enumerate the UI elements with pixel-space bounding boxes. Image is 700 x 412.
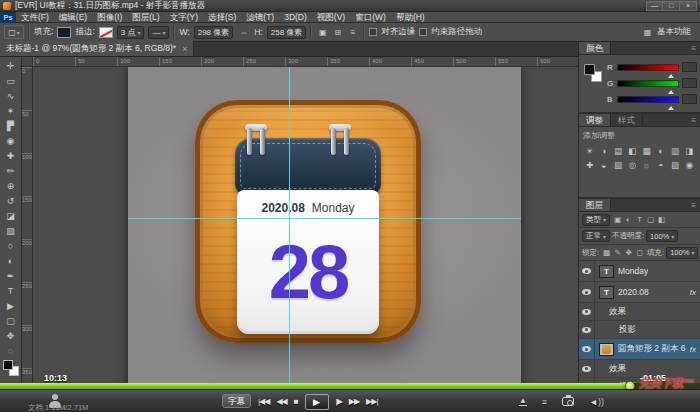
height-field[interactable]: 258 像素 — [267, 26, 307, 39]
stroke-swatch[interactable] — [99, 27, 113, 38]
menu-item-10[interactable]: 帮助(H) — [391, 12, 430, 23]
crop-tool[interactable]: ▛ — [2, 118, 20, 133]
lock-icon-3[interactable]: ◻ — [634, 248, 645, 257]
menu-item-2[interactable]: 图像(I) — [92, 12, 127, 23]
layer-fill-field[interactable]: 100%▾ — [666, 247, 698, 259]
menu-item-9[interactable]: 窗口(W) — [350, 12, 391, 23]
adjustment-icon-3[interactable]: ◧ — [626, 144, 639, 157]
player-rewind-button[interactable]: ◀◀ — [276, 397, 286, 406]
adjustment-icon-4[interactable]: ▦ — [640, 144, 653, 157]
width-field[interactable]: 298 像素 — [194, 26, 234, 39]
marquee-tool[interactable]: ▭ — [2, 73, 20, 88]
player-forward-button[interactable]: ▶▶ — [349, 397, 359, 406]
document-tab[interactable]: 未标题-1 @ 97%(圆角矩形 2 副本 6, RGB/8)* × — [0, 41, 194, 56]
hand-tool[interactable]: ✥ — [2, 328, 20, 343]
visibility-toggle[interactable] — [579, 282, 595, 302]
visibility-toggle[interactable] — [579, 339, 595, 359]
tool-preset-button[interactable]: ▢▾ — [4, 25, 24, 39]
blue-value-field[interactable] — [682, 94, 697, 104]
lock-icon-0[interactable]: ▩ — [601, 248, 612, 257]
maximize-button[interactable]: □ — [663, 1, 680, 11]
player-previous-button[interactable]: |◀◀ — [258, 397, 269, 406]
dodge-tool[interactable]: ◐ — [2, 253, 20, 268]
horizontal-guide[interactable] — [128, 218, 521, 219]
tab-styles[interactable]: 样式 — [611, 114, 643, 126]
player-step-button[interactable]: |▶ — [336, 397, 342, 406]
panel-menu-icon[interactable]: ≡ — [691, 42, 700, 54]
path-op-icon-0[interactable]: ▣ — [316, 26, 329, 39]
move-tool[interactable]: ✛ — [2, 58, 20, 73]
stroke-width-select[interactable]: 3 点▾ — [117, 26, 145, 39]
foreground-background-swatches[interactable] — [584, 64, 602, 82]
pen-tool[interactable]: ✒ — [2, 268, 20, 283]
panel-menu-icon[interactable]: ≡ — [691, 114, 700, 126]
layer-filter-icon-3[interactable]: ▢ — [645, 215, 656, 224]
quick-selection-tool[interactable]: ✶ — [2, 103, 20, 118]
align-edges-checkbox[interactable] — [369, 28, 377, 36]
adjustment-icon-11[interactable]: ◎ — [626, 158, 639, 171]
volume-button[interactable]: ◄)) — [589, 397, 604, 407]
layer-row-fx-3[interactable]: 投影 — [579, 321, 700, 339]
layer-row-shape-4[interactable]: 圆角矩形 2 副本 6fx — [579, 339, 700, 360]
player-next-button[interactable]: ▶▶| — [366, 397, 377, 406]
red-value-field[interactable] — [682, 62, 697, 72]
zoom-tool[interactable]: ◌ — [2, 343, 20, 358]
document-area[interactable]: 2020.08Monday 28 — [128, 67, 521, 412]
adjustment-icon-8[interactable]: ✚ — [583, 158, 596, 171]
fill-swatch[interactable] — [57, 27, 71, 38]
close-button[interactable]: × — [680, 1, 697, 11]
vertical-guide[interactable] — [289, 67, 290, 412]
visibility-toggle[interactable] — [579, 321, 595, 338]
layer-filter-icon-0[interactable]: ▣ — [612, 215, 623, 224]
stroke-type-select[interactable]: —▾ — [148, 26, 169, 39]
tab-adjustments[interactable]: 调整 — [579, 114, 611, 126]
history-brush-tool[interactable]: ↺ — [2, 193, 20, 208]
brush-tool[interactable]: ✏ — [2, 163, 20, 178]
adjustment-icon-14[interactable]: ▨ — [669, 158, 682, 171]
lock-icon-1[interactable]: ✎ — [612, 248, 623, 257]
opacity-field[interactable]: 100%▾ — [646, 230, 678, 242]
blur-tool[interactable]: ○ — [2, 238, 20, 253]
layer-row-fx-head-2[interactable]: 效果 — [579, 303, 700, 321]
lock-icon-2[interactable]: ✥ — [623, 248, 634, 257]
photoshop-canvas[interactable]: 2020.08Monday 28 — [33, 67, 578, 412]
player-play-button[interactable]: ▶ — [305, 394, 329, 410]
layer-filter-icon-2[interactable]: T — [634, 215, 645, 224]
minimize-button[interactable]: — — [646, 1, 663, 11]
path-op-icon-1[interactable]: ⊞ — [331, 26, 344, 39]
adjustment-icon-13[interactable]: ◓ — [654, 158, 667, 171]
visibility-toggle[interactable] — [579, 360, 595, 377]
adjustment-icon-2[interactable]: ▤ — [612, 144, 625, 157]
constrain-path-checkbox[interactable] — [419, 28, 427, 36]
blue-slider[interactable] — [617, 96, 679, 103]
menu-item-5[interactable]: 选择(S) — [203, 12, 241, 23]
adjustment-icon-0[interactable]: ☀ — [583, 144, 596, 157]
adjustment-icon-1[interactable]: ◑ — [597, 144, 610, 157]
fx-badge-icon[interactable]: fx — [690, 345, 700, 354]
adjustment-icon-9[interactable]: ◒ — [597, 158, 610, 171]
panel-menu-icon[interactable]: ≡ — [691, 199, 700, 211]
foreground-swatch[interactable] — [584, 64, 595, 75]
visibility-toggle[interactable] — [579, 261, 595, 281]
adjustment-icon-6[interactable]: ▥ — [669, 144, 682, 157]
menu-item-8[interactable]: 视图(V) — [312, 12, 350, 23]
clone-stamp-tool[interactable]: ⊕ — [2, 178, 20, 193]
player-stop-button[interactable]: ■ — [294, 397, 298, 406]
eraser-tool[interactable]: ◪ — [2, 208, 20, 223]
layer-filter-icon-4[interactable]: ◧ — [656, 215, 667, 224]
menu-item-0[interactable]: 文件(F) — [16, 12, 54, 23]
adjustment-icon-7[interactable]: ◨ — [683, 144, 696, 157]
path-selection-tool[interactable]: ▶ — [2, 298, 20, 313]
type-tool[interactable]: T — [2, 283, 20, 298]
workspace-switcher[interactable]: ▦基本功能 — [636, 26, 696, 39]
snapshot-button[interactable] — [562, 397, 574, 406]
menu-item-6[interactable]: 滤镜(T) — [241, 12, 279, 23]
path-op-icon-2[interactable]: ≡ — [346, 26, 359, 39]
adjustment-icon-5[interactable]: ◐ — [654, 144, 667, 157]
blend-mode-select[interactable]: 正常▾ — [582, 230, 610, 242]
red-slider[interactable] — [617, 64, 679, 71]
menu-item-1[interactable]: 编辑(E) — [54, 12, 92, 23]
playlist-button[interactable]: ≡ — [542, 397, 547, 407]
open-button[interactable]: ▲ — [519, 397, 527, 406]
close-tab-icon[interactable]: × — [182, 44, 187, 54]
